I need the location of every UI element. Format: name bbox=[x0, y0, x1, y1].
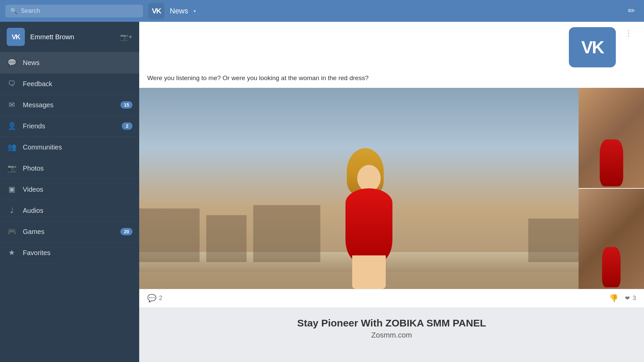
profile-name: Emmett Brown bbox=[30, 33, 115, 41]
photos-label: Photos bbox=[23, 165, 132, 172]
photos-icon: 📷 bbox=[7, 164, 17, 173]
messages-badge: 15 bbox=[120, 101, 132, 109]
videos-icon: ▣ bbox=[7, 185, 17, 194]
sidebar-item-feedback[interactable]: 🗨Feedback bbox=[0, 73, 139, 95]
sidebar-item-games[interactable]: 🎮Games20 bbox=[0, 221, 139, 242]
app-header: 🔍 VK News ▾ ✏ bbox=[0, 0, 644, 22]
dislike-icon[interactable]: 👎 bbox=[609, 294, 618, 303]
sidebar-nav: 💬News🗨Feedback✉Messages15👤Friends2👥Commu… bbox=[0, 52, 139, 263]
friends-label: Friends bbox=[23, 122, 116, 130]
post-vk-logo: VK bbox=[569, 27, 616, 67]
search-bar[interactable]: 🔍 bbox=[5, 5, 143, 17]
thumb-photo-2[interactable] bbox=[579, 189, 644, 289]
post-menu-icon[interactable]: ⋮ bbox=[621, 27, 636, 39]
news-label: News bbox=[23, 59, 132, 67]
search-icon: 🔍 bbox=[10, 7, 17, 15]
like-count: 3 bbox=[633, 295, 636, 302]
feedback-icon: 🗨 bbox=[7, 79, 17, 88]
news-icon: 💬 bbox=[7, 58, 17, 67]
watermark: Stay Pioneer With ZOBIKA SMM PANEL Zosmm… bbox=[139, 307, 644, 346]
videos-label: Videos bbox=[23, 186, 132, 193]
friends-icon: 👤 bbox=[7, 122, 17, 130]
like-action[interactable]: ❤ 3 bbox=[625, 295, 636, 302]
audios-label: Audios bbox=[23, 207, 132, 215]
friends-badge: 2 bbox=[122, 122, 132, 130]
sidebar: VK Emmett Brown 📷+ 💬News🗨Feedback✉Messag… bbox=[0, 22, 139, 362]
sidebar-item-messages[interactable]: ✉Messages15 bbox=[0, 95, 139, 116]
header-dropdown-arrow[interactable]: ▾ bbox=[194, 8, 196, 14]
header-vk-logo: VK bbox=[148, 3, 164, 19]
favorites-label: Favorites bbox=[23, 249, 132, 257]
watermark-url: Zosmm.com bbox=[139, 331, 644, 340]
communities-label: Communities bbox=[23, 143, 132, 151]
comment-count: 2 bbox=[159, 295, 162, 302]
sidebar-item-favorites[interactable]: ★Favorites bbox=[0, 242, 139, 263]
post-text: Were you listening to me? Or were you lo… bbox=[139, 71, 644, 88]
sidebar-item-photos[interactable]: 📷Photos bbox=[0, 158, 139, 179]
edit-icon[interactable]: ✏ bbox=[628, 6, 635, 16]
post-footer: 💬 2 👎 ❤ 3 bbox=[139, 289, 644, 307]
woman-figure bbox=[319, 115, 419, 289]
sidebar-item-news[interactable]: 💬News bbox=[0, 52, 139, 73]
messages-icon: ✉ bbox=[7, 101, 17, 109]
sidebar-item-audios[interactable]: ♩Audios bbox=[0, 200, 139, 221]
comment-action[interactable]: 💬 2 bbox=[147, 294, 162, 303]
content-area: VK ⋮ Were you listening to me? Or were y… bbox=[139, 22, 644, 362]
comment-icon: 💬 bbox=[147, 294, 156, 303]
feedback-label: Feedback bbox=[23, 80, 132, 88]
post: VK ⋮ Were you listening to me? Or were y… bbox=[139, 22, 644, 307]
audios-icon: ♩ bbox=[7, 206, 17, 215]
watermark-title: Stay Pioneer With ZOBIKA SMM PANEL bbox=[139, 317, 644, 329]
header-news-title: News bbox=[170, 7, 188, 15]
camera-icon[interactable]: 📷+ bbox=[120, 33, 132, 41]
like-icon: ❤ bbox=[625, 295, 630, 302]
search-input[interactable] bbox=[21, 7, 138, 14]
communities-icon: 👥 bbox=[7, 143, 17, 152]
games-label: Games bbox=[23, 228, 114, 236]
games-icon: 🎮 bbox=[7, 227, 17, 236]
messages-label: Messages bbox=[23, 101, 114, 109]
profile-item[interactable]: VK Emmett Brown 📷+ bbox=[0, 22, 139, 52]
post-header: VK ⋮ bbox=[139, 22, 644, 71]
sidebar-item-communities[interactable]: 👥Communities bbox=[0, 137, 139, 158]
main-layout: VK Emmett Brown 📷+ 💬News🗨Feedback✉Messag… bbox=[0, 22, 644, 362]
favorites-icon: ★ bbox=[7, 248, 17, 257]
sidebar-item-friends[interactable]: 👤Friends2 bbox=[0, 116, 139, 137]
post-images bbox=[139, 88, 644, 289]
games-badge: 20 bbox=[120, 228, 132, 235]
main-photo[interactable] bbox=[139, 88, 579, 289]
thumbnail-images bbox=[579, 88, 644, 289]
thumb-photo-1[interactable] bbox=[579, 88, 644, 189]
avatar: VK bbox=[7, 28, 25, 46]
sidebar-item-videos[interactable]: ▣Videos bbox=[0, 179, 139, 200]
